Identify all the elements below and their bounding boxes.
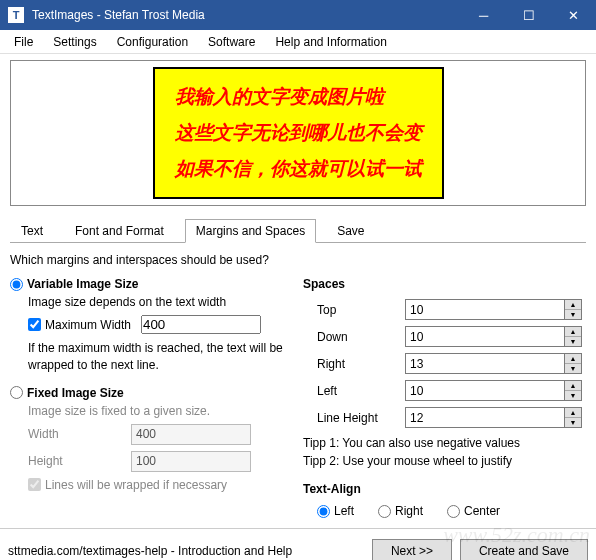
preview-image: 我输入的文字变成图片啦 这些文字无论到哪儿也不会变 如果不信，你这就可以试一试	[153, 67, 444, 199]
tipp-1: Tipp 1: You can also use negative values	[303, 434, 586, 452]
menubar: File Settings Configuration Software Hel…	[0, 30, 596, 54]
menu-configuration[interactable]: Configuration	[107, 32, 198, 52]
checkbox-max-width[interactable]	[28, 318, 41, 331]
variable-size-desc: Image size depends on the text width	[28, 295, 293, 309]
tab-font-format[interactable]: Font and Format	[64, 219, 175, 243]
tipp-2: Tipp 2: Use your mouse wheel to justify	[303, 452, 586, 470]
max-width-label: Maximum Width	[45, 318, 131, 332]
spaces-title: Spaces	[303, 277, 586, 291]
spinner-up-icon[interactable]: ▲	[565, 300, 581, 310]
menu-help[interactable]: Help and Information	[265, 32, 396, 52]
space-down-label: Down	[317, 330, 397, 344]
minimize-button[interactable]: ─	[461, 0, 506, 30]
preview-line: 如果不信，你这就可以试一试	[175, 151, 422, 187]
radio-align-center[interactable]	[447, 505, 460, 518]
checkbox-wrap-lines	[28, 478, 41, 491]
space-right-label: Right	[317, 357, 397, 371]
fixed-size-title: Fixed Image Size	[27, 386, 124, 400]
spinner-up-icon[interactable]: ▲	[565, 408, 581, 418]
space-top-input[interactable]	[405, 299, 564, 320]
spinner-down-icon[interactable]: ▼	[565, 364, 581, 374]
spinner-up-icon[interactable]: ▲	[565, 381, 581, 391]
wrap-lines-label: Lines will be wrapped if necessary	[45, 478, 227, 492]
max-width-input[interactable]	[141, 315, 261, 334]
create-save-button[interactable]: Create and Save	[460, 539, 588, 560]
close-button[interactable]: ✕	[551, 0, 596, 30]
space-down-input[interactable]	[405, 326, 564, 347]
menu-settings[interactable]: Settings	[43, 32, 106, 52]
variable-size-title: Variable Image Size	[27, 277, 138, 291]
radio-align-left[interactable]	[317, 505, 330, 518]
radio-variable-size[interactable]	[10, 278, 23, 291]
preview-line: 我输入的文字变成图片啦	[175, 79, 422, 115]
space-lineheight-input[interactable]	[405, 407, 564, 428]
spinner-up-icon[interactable]: ▲	[565, 327, 581, 337]
window-title: TextImages - Stefan Trost Media	[32, 8, 461, 22]
fixed-size-desc: Image size is fixed to a given size.	[28, 404, 293, 418]
preview-frame: 我输入的文字变成图片啦 这些文字无论到哪儿也不会变 如果不信，你这就可以试一试	[10, 60, 586, 206]
app-icon: T	[8, 7, 24, 23]
fixed-width-label: Width	[28, 427, 123, 441]
fixed-width-input	[131, 424, 251, 445]
align-center-label: Center	[464, 504, 500, 518]
radio-align-right[interactable]	[378, 505, 391, 518]
align-right-label: Right	[395, 504, 423, 518]
space-lineheight-label: Line Height	[317, 411, 397, 425]
space-top-label: Top	[317, 303, 397, 317]
tab-save[interactable]: Save	[326, 219, 375, 243]
preview-line: 这些文字无论到哪儿也不会变	[175, 115, 422, 151]
next-button[interactable]: Next >>	[372, 539, 452, 560]
spinner-down-icon[interactable]: ▼	[565, 391, 581, 401]
tab-margins-spaces[interactable]: Margins and Spaces	[185, 219, 316, 243]
spinner-down-icon[interactable]: ▼	[565, 310, 581, 320]
maximize-button[interactable]: ☐	[506, 0, 551, 30]
tab-text[interactable]: Text	[10, 219, 54, 243]
text-align-title: Text-Align	[303, 482, 586, 496]
spinner-up-icon[interactable]: ▲	[565, 354, 581, 364]
spinner-down-icon[interactable]: ▼	[565, 418, 581, 428]
space-right-input[interactable]	[405, 353, 564, 374]
space-left-label: Left	[317, 384, 397, 398]
menu-file[interactable]: File	[4, 32, 43, 52]
help-text: Which margins and interspaces should be …	[10, 253, 586, 267]
radio-fixed-size[interactable]	[10, 386, 23, 399]
fixed-height-label: Height	[28, 454, 123, 468]
spinner-down-icon[interactable]: ▼	[565, 337, 581, 347]
menu-software[interactable]: Software	[198, 32, 265, 52]
align-left-label: Left	[334, 504, 354, 518]
fixed-height-input	[131, 451, 251, 472]
status-text: sttmedia.com/textimages-help - Introduct…	[8, 544, 292, 558]
variable-size-note: If the maximum width is reached, the tex…	[28, 340, 293, 374]
space-left-input[interactable]	[405, 380, 564, 401]
